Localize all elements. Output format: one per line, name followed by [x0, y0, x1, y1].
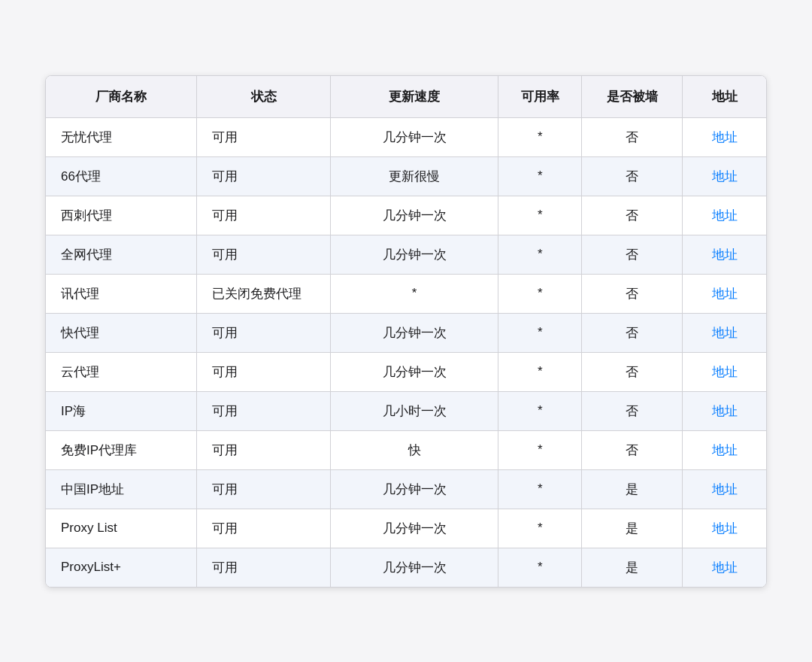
cell-status: 可用	[197, 548, 331, 587]
cell-vendor: 中国IP地址	[46, 469, 197, 509]
cell-blocked: 否	[582, 117, 683, 156]
cell-speed: 几分钟一次	[331, 509, 498, 548]
cell-vendor: 云代理	[46, 352, 197, 391]
table-row: 讯代理已关闭免费代理**否地址	[46, 274, 766, 313]
proxy-table-container: 厂商名称 状态 更新速度 可用率 是否被墙 地址 无忧代理可用几分钟一次*否地址…	[45, 75, 767, 588]
addr-link[interactable]: 地址	[712, 247, 738, 262]
cell-speed: 几分钟一次	[331, 235, 498, 274]
cell-avail: *	[498, 156, 582, 196]
addr-link[interactable]: 地址	[712, 404, 738, 418]
cell-blocked: 否	[582, 235, 683, 274]
cell-addr[interactable]: 地址	[683, 156, 766, 196]
cell-vendor: 66代理	[46, 156, 197, 196]
table-row: 66代理可用更新很慢*否地址	[46, 156, 766, 196]
table-row: 西刺代理可用几分钟一次*否地址	[46, 196, 766, 235]
cell-speed: 几小时一次	[331, 391, 498, 430]
addr-link[interactable]: 地址	[712, 443, 738, 457]
cell-blocked: 否	[582, 196, 683, 235]
cell-avail: *	[498, 117, 582, 156]
cell-addr[interactable]: 地址	[683, 548, 766, 587]
cell-avail: *	[498, 235, 582, 274]
cell-blocked: 否	[582, 352, 683, 391]
addr-link[interactable]: 地址	[712, 560, 738, 575]
cell-blocked: 是	[582, 469, 683, 509]
cell-speed: 几分钟一次	[331, 469, 498, 509]
addr-link[interactable]: 地址	[712, 169, 738, 184]
addr-link[interactable]: 地址	[712, 326, 738, 340]
table-row: ProxyList+可用几分钟一次*是地址	[46, 548, 766, 587]
cell-speed: 快	[331, 430, 498, 469]
cell-blocked: 否	[582, 156, 683, 196]
cell-status: 可用	[197, 469, 331, 509]
table-row: 快代理可用几分钟一次*否地址	[46, 313, 766, 352]
cell-avail: *	[498, 313, 582, 352]
table-row: IP海可用几小时一次*否地址	[46, 391, 766, 430]
cell-avail: *	[498, 196, 582, 235]
cell-speed: 更新很慢	[331, 156, 498, 196]
cell-addr[interactable]: 地址	[683, 509, 766, 548]
cell-vendor: 免费IP代理库	[46, 430, 197, 469]
cell-avail: *	[498, 352, 582, 391]
cell-vendor: 西刺代理	[46, 196, 197, 235]
cell-vendor: IP海	[46, 391, 197, 430]
cell-speed: *	[331, 274, 498, 313]
cell-addr[interactable]: 地址	[683, 430, 766, 469]
addr-link[interactable]: 地址	[712, 208, 738, 223]
addr-link[interactable]: 地址	[712, 287, 738, 301]
cell-speed: 几分钟一次	[331, 352, 498, 391]
cell-addr[interactable]: 地址	[683, 352, 766, 391]
addr-link[interactable]: 地址	[712, 365, 738, 379]
header-status: 状态	[197, 76, 331, 118]
cell-avail: *	[498, 391, 582, 430]
cell-avail: *	[498, 274, 582, 313]
cell-avail: *	[498, 509, 582, 548]
cell-status: 可用	[197, 313, 331, 352]
cell-blocked: 是	[582, 548, 683, 587]
table-row: Proxy List可用几分钟一次*是地址	[46, 509, 766, 548]
cell-addr[interactable]: 地址	[683, 391, 766, 430]
cell-vendor: ProxyList+	[46, 548, 197, 587]
cell-addr[interactable]: 地址	[683, 117, 766, 156]
cell-status: 可用	[197, 391, 331, 430]
table-row: 中国IP地址可用几分钟一次*是地址	[46, 469, 766, 509]
header-avail: 可用率	[498, 76, 582, 118]
cell-blocked: 否	[582, 391, 683, 430]
addr-link[interactable]: 地址	[712, 482, 738, 496]
cell-addr[interactable]: 地址	[683, 313, 766, 352]
cell-status: 可用	[197, 509, 331, 548]
header-vendor: 厂商名称	[46, 76, 197, 118]
cell-blocked: 是	[582, 509, 683, 548]
cell-status: 可用	[197, 156, 331, 196]
cell-addr[interactable]: 地址	[683, 235, 766, 274]
cell-avail: *	[498, 548, 582, 587]
cell-blocked: 否	[582, 430, 683, 469]
table-row: 免费IP代理库可用快*否地址	[46, 430, 766, 469]
cell-blocked: 否	[582, 274, 683, 313]
cell-status: 可用	[197, 235, 331, 274]
cell-vendor: 快代理	[46, 313, 197, 352]
table-row: 无忧代理可用几分钟一次*否地址	[46, 117, 766, 156]
table-row: 云代理可用几分钟一次*否地址	[46, 352, 766, 391]
cell-avail: *	[498, 430, 582, 469]
table-header-row: 厂商名称 状态 更新速度 可用率 是否被墙 地址	[46, 76, 766, 118]
cell-status: 已关闭免费代理	[197, 274, 331, 313]
cell-vendor: Proxy List	[46, 509, 197, 548]
addr-link[interactable]: 地址	[712, 521, 738, 536]
header-speed: 更新速度	[331, 76, 498, 118]
cell-addr[interactable]: 地址	[683, 274, 766, 313]
cell-speed: 几分钟一次	[331, 548, 498, 587]
cell-addr[interactable]: 地址	[683, 469, 766, 509]
cell-speed: 几分钟一次	[331, 117, 498, 156]
proxy-table: 厂商名称 状态 更新速度 可用率 是否被墙 地址 无忧代理可用几分钟一次*否地址…	[46, 76, 766, 587]
addr-link[interactable]: 地址	[712, 130, 738, 144]
cell-blocked: 否	[582, 313, 683, 352]
cell-speed: 几分钟一次	[331, 313, 498, 352]
cell-status: 可用	[197, 352, 331, 391]
table-row: 全网代理可用几分钟一次*否地址	[46, 235, 766, 274]
cell-status: 可用	[197, 117, 331, 156]
cell-addr[interactable]: 地址	[683, 196, 766, 235]
cell-speed: 几分钟一次	[331, 196, 498, 235]
header-addr: 地址	[683, 76, 766, 118]
cell-avail: *	[498, 469, 582, 509]
cell-vendor: 讯代理	[46, 274, 197, 313]
